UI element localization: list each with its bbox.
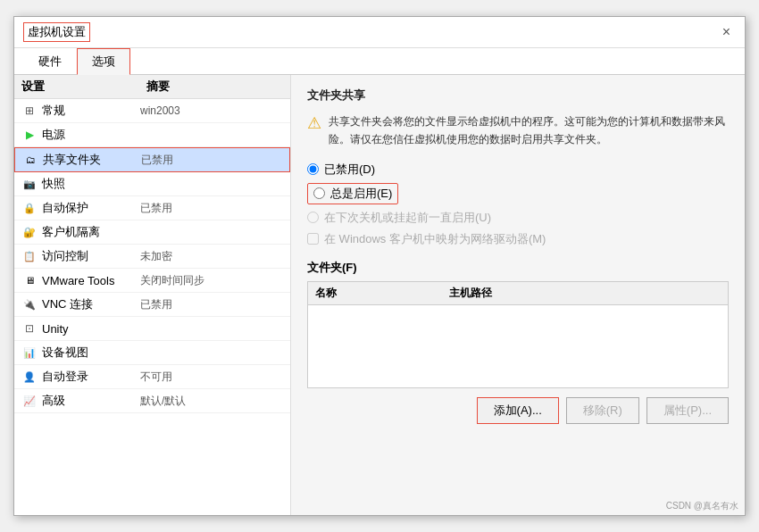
item-summary-auto-login: 不可用 <box>140 370 172 385</box>
remove-button[interactable]: 移除(R) <box>566 397 639 424</box>
radio-group-sharing: 已禁用(D) 总是启用(E) 在下次关机或挂起前一直启用(U) <box>307 162 729 226</box>
folder-col-path: 主机路径 <box>449 286 721 301</box>
radio-until-poweroff[interactable]: 在下次关机或挂起前一直启用(U) <box>307 210 729 226</box>
folder-col-name: 名称 <box>315 286 449 301</box>
settings-item-auto-protect[interactable]: 自动保护 已禁用 <box>14 196 290 220</box>
item-label-vnc: VNC 连接 <box>42 296 140 312</box>
isolation-icon <box>21 224 38 240</box>
radio-always-on[interactable]: 总是启用(E) <box>307 183 398 204</box>
virtual-machine-settings-dialog: 虚拟机设置 × 硬件 选项 设置 摘要 常规 win2003 电源 <box>13 16 746 516</box>
settings-item-unity[interactable]: Unity <box>14 317 290 341</box>
vnc-icon <box>21 296 38 312</box>
right-section-title: 文件夹共享 <box>307 87 729 104</box>
item-label-shared: 共享文件夹 <box>43 152 141 168</box>
map-drive-label: 在 Windows 客户机中映射为网络驱动器(M) <box>324 231 546 247</box>
radio-until-poweroff-input[interactable] <box>307 212 319 223</box>
item-label-device-view: 设备视图 <box>42 345 140 361</box>
settings-item-access-control[interactable]: 访问控制 未加密 <box>14 245 290 269</box>
warning-text: 共享文件夹会将您的文件显示给虚拟机中的程序。这可能为您的计算机和数据带来风险。请… <box>329 112 729 149</box>
item-label-unity: Unity <box>42 322 140 336</box>
settings-item-vnc[interactable]: VNC 连接 已禁用 <box>14 293 290 317</box>
radio-always-on-input[interactable] <box>313 187 325 199</box>
settings-item-general[interactable]: 常规 win2003 <box>14 99 290 123</box>
settings-col1-header: 设置 <box>21 79 146 95</box>
settings-col2-header: 摘要 <box>146 79 283 95</box>
item-label-general: 常规 <box>42 103 140 119</box>
watermark: CSDN @真名有水 <box>666 500 738 512</box>
settings-item-power[interactable]: 电源 <box>14 123 290 147</box>
item-summary-advanced: 默认/默认 <box>140 394 186 409</box>
properties-button[interactable]: 属性(P)... <box>646 397 729 424</box>
tab-hardware[interactable]: 硬件 <box>23 48 77 75</box>
settings-header: 设置 摘要 <box>14 75 290 99</box>
item-summary-shared: 已禁用 <box>141 153 173 168</box>
content-area: 设置 摘要 常规 win2003 电源 共享文件夹 已禁用 快照 <box>14 75 745 515</box>
settings-item-shared[interactable]: 共享文件夹 已禁用 <box>14 147 290 172</box>
general-icon <box>21 103 38 119</box>
item-label-snapshot: 快照 <box>42 176 140 192</box>
right-panel: 文件夹共享 ⚠ 共享文件夹会将您的文件显示给虚拟机中的程序。这可能为您的计算机和… <box>291 75 745 515</box>
close-button[interactable]: × <box>717 22 736 42</box>
map-drive-checkbox[interactable] <box>307 233 319 245</box>
settings-item-snapshot[interactable]: 快照 <box>14 172 290 196</box>
folder-table-header: 名称 主机路径 <box>308 282 728 305</box>
settings-item-vmware-tools[interactable]: VMware Tools 关闭时间同步 <box>14 269 290 293</box>
item-summary-access-control: 未加密 <box>140 249 172 264</box>
radio-disabled-label[interactable]: 已禁用(D) <box>324 162 375 178</box>
warning-box: ⚠ 共享文件夹会将您的文件显示给虚拟机中的程序。这可能为您的计算机和数据带来风险… <box>307 112 729 149</box>
vmware-tools-icon <box>21 272 38 288</box>
radio-until-poweroff-label: 在下次关机或挂起前一直启用(U) <box>324 210 491 226</box>
footer-buttons: 添加(A)... 移除(R) 属性(P)... <box>307 397 729 424</box>
folder-table-body <box>308 305 728 386</box>
radio-disabled[interactable]: 已禁用(D) <box>307 162 729 178</box>
left-panel: 设置 摘要 常规 win2003 电源 共享文件夹 已禁用 快照 <box>14 75 291 515</box>
settings-item-advanced[interactable]: 高级 默认/默认 <box>14 389 290 413</box>
settings-item-isolation[interactable]: 客户机隔离 <box>14 220 290 245</box>
dialog-title: 虚拟机设置 <box>23 22 90 42</box>
tab-options[interactable]: 选项 <box>77 48 130 75</box>
item-label-vmware-tools: VMware Tools <box>42 274 140 287</box>
item-label-advanced: 高级 <box>42 393 140 409</box>
settings-item-device-view[interactable]: 设备视图 <box>14 341 290 365</box>
access-control-icon <box>21 248 38 264</box>
add-button[interactable]: 添加(A)... <box>477 397 559 424</box>
warning-icon: ⚠ <box>307 113 321 133</box>
snapshot-icon <box>21 176 38 192</box>
item-summary-vnc: 已禁用 <box>140 297 172 312</box>
unity-icon <box>21 320 38 337</box>
item-label-isolation: 客户机隔离 <box>42 224 140 240</box>
item-summary-auto-protect: 已禁用 <box>140 201 172 216</box>
folder-section: 文件夹(F) 名称 主机路径 添加(A)... 移除(R) 属性(P)... <box>307 260 729 424</box>
auto-login-icon <box>21 369 38 385</box>
item-summary-general: win2003 <box>140 104 180 117</box>
shared-icon <box>22 152 38 168</box>
folder-table: 名称 主机路径 <box>307 281 729 388</box>
item-label-power: 电源 <box>42 127 140 143</box>
item-label-auto-login: 自动登录 <box>42 369 140 385</box>
power-icon <box>21 127 38 143</box>
folder-section-title: 文件夹(F) <box>307 260 729 276</box>
settings-item-auto-login[interactable]: 自动登录 不可用 <box>14 365 290 389</box>
radio-disabled-input[interactable] <box>307 163 319 175</box>
title-bar: 虚拟机设置 × <box>14 17 745 48</box>
device-view-icon <box>21 345 38 361</box>
advanced-icon <box>21 393 38 409</box>
item-label-access-control: 访问控制 <box>42 248 140 264</box>
radio-always-on-label[interactable]: 总是启用(E) <box>330 186 392 202</box>
item-summary-vmware-tools: 关闭时间同步 <box>140 273 204 288</box>
checkbox-map-drive[interactable]: 在 Windows 客户机中映射为网络驱动器(M) <box>307 231 729 247</box>
auto-protect-icon <box>21 200 38 216</box>
tabs-bar: 硬件 选项 <box>14 48 745 75</box>
item-label-auto-protect: 自动保护 <box>42 200 140 216</box>
